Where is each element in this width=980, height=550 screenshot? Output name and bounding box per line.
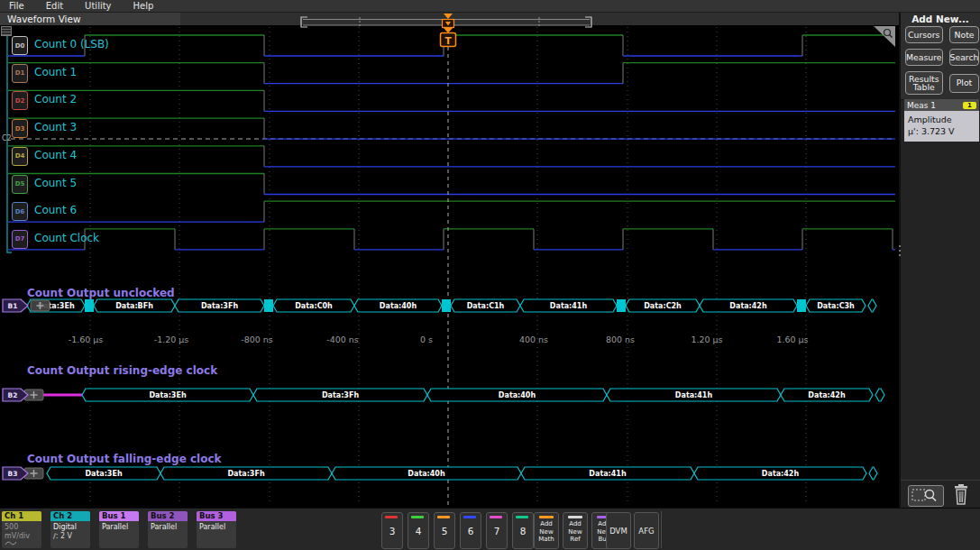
digital-channel-label-D2: Count 2 (34, 93, 77, 105)
channel-number: 3 (382, 526, 402, 536)
dvm-button[interactable]: DVM (606, 512, 631, 549)
trash-icon (951, 483, 971, 506)
channel-button-4[interactable]: 4 (408, 512, 429, 549)
time-axis-label: 400 ns (505, 335, 563, 344)
waveform-view: Data:3EhData:BFhData:3FhData:C0hData:40h… (0, 13, 899, 508)
digital-channel-badge-D0[interactable]: D0 (12, 36, 28, 55)
meas-title: Meas 1 (907, 101, 936, 110)
menu-edit[interactable]: Edit (46, 1, 63, 11)
results-table-button[interactable]: Results Table (905, 71, 943, 95)
add-color-stripe (539, 516, 554, 518)
channel-number: 4 (408, 526, 428, 536)
menu-help[interactable]: Help (133, 1, 154, 11)
channel-button-7[interactable]: 7 (486, 512, 508, 549)
bus-name-label-B1: Count Output unclocked (27, 287, 175, 299)
svg-text: Data:42h (808, 391, 846, 399)
meas-type: Amplitude (908, 114, 975, 125)
grip-icon[interactable] (1, 26, 12, 36)
right-panel: Add New... Cursors Note Measure Search R… (901, 13, 980, 508)
menu-utility[interactable]: Utility (85, 1, 111, 11)
svg-text: Data:41h (675, 391, 713, 399)
add-button-label: Add New Ref (563, 520, 587, 544)
zoom-select-button[interactable] (908, 485, 944, 507)
channel-color-stripe (490, 516, 502, 518)
digital-channel-badge-D7[interactable]: D7 (12, 230, 28, 249)
source-badge-ch2[interactable]: Ch 2Digital∕: 2 V (50, 511, 90, 548)
afg-button[interactable]: AFG (634, 512, 659, 549)
svg-text: Data:BFh (115, 302, 153, 310)
svg-text: Data:42h (729, 302, 767, 310)
svg-text: Data:3Fh (322, 391, 359, 399)
svg-text: B2 (8, 391, 18, 399)
channel-button-3[interactable]: 3 (381, 512, 403, 549)
channel-button-6[interactable]: 6 (460, 512, 481, 549)
channel-number: 8 (513, 526, 533, 536)
note-button[interactable]: Note (949, 26, 980, 43)
cursors-button[interactable]: Cursors (905, 26, 943, 43)
waveform-view-tab[interactable]: Waveform View (7, 14, 81, 24)
time-axis-label: -1.60 μs (57, 335, 114, 344)
meas-source-badge: 1 (963, 102, 976, 109)
source-badge-line: Parallel (199, 523, 234, 532)
channel-color-stripe (385, 516, 398, 518)
digital-channel-badge-D2[interactable]: D2 (12, 91, 28, 110)
plot-background (0, 25, 899, 508)
add-new-math-button[interactable]: Add New Math (534, 512, 559, 549)
digital-channel-badge-D5[interactable]: D5 (12, 175, 28, 194)
add-button-label: Add New Math (535, 520, 558, 544)
zoom-select-icon (909, 486, 941, 504)
toolbar-divider (661, 511, 662, 548)
bus-transition-block (442, 299, 451, 312)
source-badge-title: Bus 3 (197, 511, 236, 521)
bottom-toolbar: Ch 1500 mV/div100 MHzCh 2Digital∕: 2 VBu… (0, 508, 980, 550)
svg-text: Data:40h (380, 302, 417, 310)
source-badge-bus1[interactable]: Bus 1Parallel (99, 511, 139, 548)
source-badge-bus2[interactable]: Bus 2Parallel (148, 511, 188, 548)
svg-text: Data:41h (550, 302, 588, 310)
source-badge-line: Parallel (102, 523, 136, 532)
source-badge-title: Ch 1 (2, 511, 41, 521)
measure-button[interactable]: Measure (905, 49, 943, 66)
channel-number: 7 (487, 526, 507, 536)
svg-text: Data:40h (408, 470, 445, 478)
meas-value: μ': 3.723 V (908, 125, 975, 137)
channel-color-stripe (516, 516, 528, 518)
bus-transition-block (264, 299, 273, 312)
bus-name-label-B3: Count Output falling-edge clock (27, 453, 222, 465)
digital-channel-label-D6: Count 6 (34, 204, 77, 216)
digital-channel-badge-D6[interactable]: D6 (12, 202, 28, 221)
svg-text: Data:3Fh (201, 302, 238, 310)
svg-text: B3 (8, 470, 18, 478)
source-badge-body: Digital∕: 2 V (50, 521, 90, 542)
menu-file[interactable]: File (9, 1, 24, 11)
trash-button[interactable] (951, 483, 971, 506)
time-axis-label: -1.20 μs (142, 335, 200, 344)
digital-channel-label-D7: Count Clock (34, 232, 99, 244)
channel-button-5[interactable]: 5 (434, 512, 455, 549)
time-axis-label: 800 ns (591, 335, 649, 344)
channel-color-stripe (437, 516, 450, 518)
measurement-card[interactable]: Meas 1 1 Amplitude μ': 3.723 V (904, 99, 979, 142)
svg-text: Data:C1h (467, 302, 505, 310)
digital-channel-badge-D3[interactable]: D3 (12, 119, 28, 138)
source-badge-bus3[interactable]: Bus 3Parallel (197, 511, 236, 548)
source-badge-title: Bus 2 (148, 511, 188, 521)
add-new-ref-button[interactable]: Add New Ref (563, 512, 588, 549)
menu-bar: File Edit Utility Help (0, 0, 980, 13)
source-badge-ch1[interactable]: Ch 1500 mV/div100 MHz (2, 511, 41, 548)
bus-transition-block (797, 299, 806, 312)
search-button[interactable]: Search (949, 49, 980, 66)
svg-text: Data:3Eh (149, 391, 186, 399)
source-badge-body: Parallel (197, 521, 236, 534)
bus-name-label-B2: Count Output rising-edge clock (27, 364, 217, 377)
channel-button-8[interactable]: 8 (512, 512, 534, 549)
source-badge-body: Parallel (99, 521, 139, 534)
plot-button[interactable]: Plot (949, 74, 980, 93)
digital-channel-label-D4: Count 4 (34, 149, 77, 161)
svg-text: Data:3Fh (227, 470, 264, 478)
source-badge-line: Digital (53, 523, 87, 532)
svg-text: Data:41h (589, 470, 627, 478)
channel-number: 6 (461, 526, 481, 536)
digital-channel-badge-D4[interactable]: D4 (12, 147, 28, 166)
digital-channel-badge-D1[interactable]: D1 (12, 64, 28, 83)
